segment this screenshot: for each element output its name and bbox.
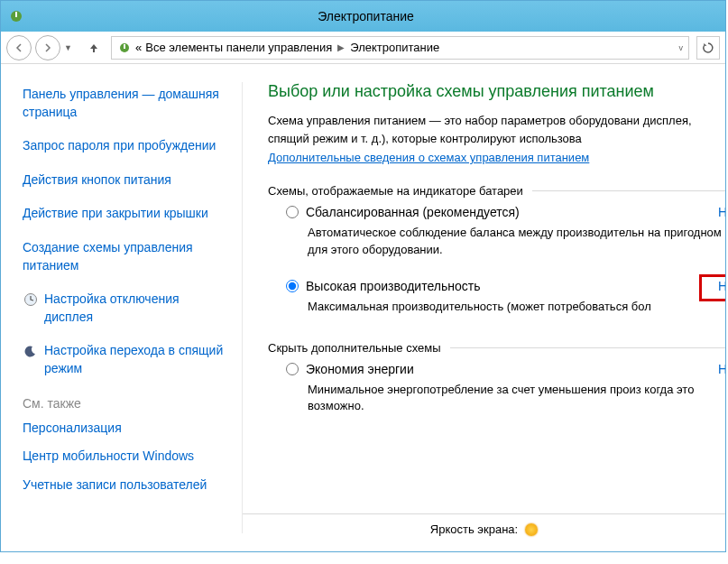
titlebar: Электропитание <box>1 1 725 32</box>
back-button[interactable] <box>6 35 32 60</box>
plan-saver-desc: Минимальное энергопотребление за счет ум… <box>308 382 725 416</box>
plan-balanced-desc: Автоматическое соблюдение баланса между … <box>308 225 725 259</box>
plan-saver: Экономия энергии Н Минимальное энергопот… <box>286 362 725 416</box>
sidebar-home-link[interactable]: Панель управления — домашняя страница <box>23 86 226 121</box>
brightness-row: Яркость экрана: <box>243 513 725 544</box>
group-header-hidden[interactable]: Скрыть дополнительные схемы <box>268 341 725 355</box>
see-also-mobility[interactable]: Центр мобильности Windows <box>23 448 226 466</box>
window-title: Электропитание <box>33 9 725 23</box>
svg-rect-3 <box>124 44 125 49</box>
breadcrumb-dropdown[interactable]: v <box>679 43 684 52</box>
plan-saver-radio[interactable] <box>286 363 299 375</box>
main-panel: Выбор или настройка схемы управления пит… <box>243 64 725 551</box>
see-also-heading: См. также <box>23 396 226 411</box>
sidebar: Панель управления — домашняя страница За… <box>1 64 243 551</box>
breadcrumb-icon <box>117 41 132 55</box>
plan-highperf-radio[interactable] <box>286 280 299 292</box>
sidebar-link-create-plan[interactable]: Создание схемы управления питанием <box>23 239 226 274</box>
clock-icon <box>23 291 39 308</box>
plan-highperf-config-link[interactable]: Н <box>718 279 725 293</box>
plan-highperf-label[interactable]: Высокая производительность <box>306 279 480 293</box>
plan-saver-label[interactable]: Экономия энергии <box>306 362 414 376</box>
plan-balanced-config-link[interactable]: Н <box>718 205 725 219</box>
svg-rect-1 <box>15 12 17 17</box>
more-info-link[interactable]: Дополнительные сведения о схемах управле… <box>268 151 589 164</box>
navbar: ▼ « Все элементы панели управления ▶ Эле… <box>1 32 725 64</box>
breadcrumb[interactable]: « Все элементы панели управления ▶ Элект… <box>111 36 689 60</box>
history-dropdown[interactable]: ▼ <box>64 43 77 52</box>
see-also-personalization[interactable]: Персонализация <box>23 420 226 438</box>
plan-balanced-label[interactable]: Сбалансированная (рекомендуется) <box>306 205 520 219</box>
plan-highperf: Высокая производительность Н Максимальна… <box>286 279 725 316</box>
sidebar-link-buttons[interactable]: Действия кнопок питания <box>23 171 226 190</box>
refresh-button[interactable] <box>696 36 720 60</box>
plan-highperf-desc: Максимальная производительность (может п… <box>308 299 725 316</box>
moon-icon <box>23 343 39 359</box>
page-title: Выбор или настройка схемы управления пит… <box>268 82 725 101</box>
see-also-accounts[interactable]: Учетные записи пользователей <box>23 476 226 495</box>
sidebar-link-display-off[interactable]: Настройка отключения дисплея <box>44 291 226 326</box>
plan-balanced-radio[interactable] <box>286 206 299 218</box>
plan-saver-config-link[interactable]: Н <box>718 362 725 376</box>
chevron-right-icon: ▶ <box>337 42 345 52</box>
group-header-visible: Схемы, отображаемые на индикаторе батаре… <box>268 184 725 198</box>
group-header-visible-label: Схемы, отображаемые на индикаторе батаре… <box>268 184 523 198</box>
sidebar-link-sleep[interactable]: Настройка перехода в спящий режим <box>44 342 226 377</box>
plan-balanced: Сбалансированная (рекомендуется) Н Автом… <box>286 205 725 259</box>
sun-icon <box>525 523 538 536</box>
group-header-hidden-label: Скрыть дополнительные схемы <box>268 341 441 355</box>
breadcrumb-part-2[interactable]: Электропитание <box>350 41 439 54</box>
up-button[interactable] <box>84 38 104 58</box>
sidebar-link-lid[interactable]: Действие при закрытии крышки <box>23 205 226 223</box>
brightness-label: Яркость экрана: <box>430 522 518 536</box>
breadcrumb-prefix: « <box>135 41 142 54</box>
page-description: Схема управления питанием — это набор па… <box>268 112 725 147</box>
breadcrumb-part-1[interactable]: Все элементы панели управления <box>145 41 332 54</box>
sidebar-link-password[interactable]: Запрос пароля при пробуждении <box>23 137 226 155</box>
forward-button[interactable] <box>35 35 60 60</box>
app-icon <box>8 8 24 24</box>
